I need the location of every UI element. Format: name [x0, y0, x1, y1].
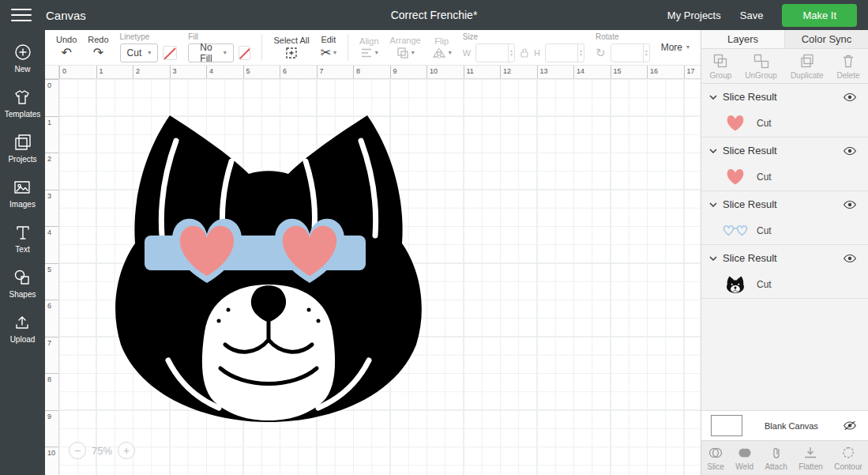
sidebar-item-label: Images: [9, 200, 36, 209]
size-group: Size W ▴▾ H ▴▾: [463, 32, 584, 62]
ungroup-label: UnGroup: [745, 71, 777, 80]
select-all-icon: [285, 47, 298, 59]
hamburger-menu-icon[interactable]: [11, 7, 32, 23]
fill-label: Fill: [188, 32, 198, 41]
main-area: New Templates Projects Images Text Shape…: [0, 30, 868, 475]
visibility-off-eye-icon[interactable]: [841, 419, 859, 432]
delete-label: Delete: [837, 71, 860, 80]
panel-tabs: Layers Color Sync: [701, 30, 868, 49]
flip-button[interactable]: Flip ▾: [432, 36, 452, 59]
zoom-level: 75%: [92, 445, 112, 457]
slice-label: Slice: [707, 462, 724, 471]
visibility-eye-icon[interactable]: [841, 198, 859, 211]
tab-layers[interactable]: Layers: [701, 30, 784, 48]
sidebar-item-images[interactable]: Images: [9, 178, 36, 209]
layer-row[interactable]: Cut: [701, 217, 868, 244]
redo-button[interactable]: Redo ↷: [88, 35, 108, 60]
tab-color-sync[interactable]: Color Sync: [784, 30, 868, 48]
lock-aspect-icon[interactable]: [520, 47, 529, 58]
make-it-button[interactable]: Make It: [782, 4, 857, 27]
visibility-eye-icon[interactable]: [841, 252, 859, 265]
rotate-input[interactable]: ▴▾: [611, 43, 650, 62]
width-label: W: [463, 48, 471, 58]
layer-operation-label: Cut: [757, 225, 772, 236]
layer-header[interactable]: Slice Result: [701, 138, 868, 164]
attach-button[interactable]: Attach: [765, 446, 787, 471]
select-all-button[interactable]: Select All: [273, 36, 309, 59]
arrange-label: Arrange: [390, 36, 421, 45]
sidebar-item-label: Text: [15, 245, 29, 254]
sidebar-item-templates[interactable]: Templates: [5, 88, 41, 119]
zoom-in-button[interactable]: +: [118, 442, 135, 459]
blank-canvas-row[interactable]: Blank Canvas: [701, 410, 868, 440]
slice-button[interactable]: Slice: [707, 446, 724, 471]
sidebar-item-text[interactable]: Text: [13, 223, 32, 254]
ruler-tick: 5: [45, 263, 58, 300]
sidebar-item-upload[interactable]: Upload: [10, 313, 36, 344]
undo-button[interactable]: Undo ↶: [56, 35, 77, 60]
flatten-button[interactable]: Flatten: [798, 446, 823, 471]
width-input[interactable]: ▴▾: [475, 43, 515, 62]
layer-row[interactable]: Cut: [701, 271, 868, 298]
edit-label: Edit: [321, 35, 336, 44]
chevron-down-icon: [709, 202, 717, 207]
ruler-tick: 0: [45, 79, 58, 116]
my-projects-button[interactable]: My Projects: [667, 9, 721, 21]
linetype-select[interactable]: Cut ▾: [120, 43, 159, 62]
layer-group-3: Slice Result Cut: [701, 191, 868, 245]
layers-panel: Layers Color Sync Group UnGroup Duplicat…: [701, 30, 868, 475]
ungroup-button[interactable]: UnGroup: [745, 53, 777, 80]
frenchie-artwork[interactable]: [100, 111, 437, 425]
linetype-value: Cut: [127, 47, 142, 58]
duplicate-button[interactable]: Duplicate: [791, 53, 824, 80]
contour-icon: [840, 446, 856, 460]
width-stepper[interactable]: ▴▾: [508, 44, 514, 62]
edit-button[interactable]: Edit ✂▾: [321, 35, 336, 60]
layers-list: Slice Result Cut Slice Result: [701, 84, 868, 299]
rotate-group: Rotate ↻ ▴▾: [596, 32, 650, 62]
layer-actions: Group UnGroup Duplicate Delete: [701, 49, 868, 84]
group-button[interactable]: Group: [710, 53, 732, 80]
sidebar-item-shapes[interactable]: Shapes: [9, 268, 36, 299]
dog-head-thumbnail: [722, 276, 749, 293]
linetype-color-swatch[interactable]: [163, 46, 177, 60]
ruler-tick: 6: [45, 300, 58, 337]
align-button[interactable]: Align ▾: [359, 36, 378, 58]
ruler-tick: 13: [537, 66, 574, 78]
layer-row[interactable]: Cut: [701, 164, 868, 190]
trash-icon: [840, 53, 856, 69]
ruler-tick: 7: [45, 337, 58, 374]
height-input[interactable]: ▴▾: [545, 43, 584, 62]
rotate-stepper[interactable]: ▴▾: [643, 44, 649, 62]
contour-button[interactable]: Contour: [834, 446, 862, 471]
chevron-down-icon: [709, 256, 717, 261]
ruler-tick: 5: [243, 66, 280, 78]
fill-select[interactable]: No Fill ▾: [188, 43, 233, 62]
zoom-out-button[interactable]: −: [69, 442, 86, 459]
weld-button[interactable]: Weld: [735, 446, 753, 471]
redo-label: Redo: [88, 35, 108, 44]
pink-heart-thumbnail: [722, 168, 749, 187]
ruler-tick: 9: [390, 66, 427, 78]
blank-canvas-swatch: [711, 415, 742, 436]
sidebar-item-projects[interactable]: Projects: [8, 133, 36, 164]
height-stepper[interactable]: ▴▾: [577, 44, 584, 62]
layer-row[interactable]: Cut: [701, 110, 868, 137]
design-canvas[interactable]: − 75% +: [59, 79, 701, 475]
flip-label: Flip: [434, 36, 449, 46]
layer-header[interactable]: Slice Result: [701, 191, 868, 217]
save-button[interactable]: Save: [740, 9, 764, 21]
visibility-eye-icon[interactable]: [841, 91, 859, 104]
delete-button[interactable]: Delete: [837, 53, 860, 80]
visibility-eye-icon[interactable]: [841, 145, 859, 157]
paperclip-icon: [768, 446, 784, 460]
fill-color-swatch[interactable]: [239, 46, 251, 60]
sidebar-item-label: Upload: [10, 335, 36, 344]
ruler-tick: 1: [45, 116, 58, 153]
arrange-button[interactable]: Arrange ▾: [390, 36, 421, 59]
edit-toolbar: Undo ↶ Redo ↷ Linetype Cut ▾: [45, 30, 701, 66]
layer-header[interactable]: Slice Result: [701, 245, 868, 271]
more-button[interactable]: More ▾: [661, 42, 690, 53]
sidebar-item-new[interactable]: New: [13, 43, 32, 74]
layer-header[interactable]: Slice Result: [701, 84, 868, 110]
